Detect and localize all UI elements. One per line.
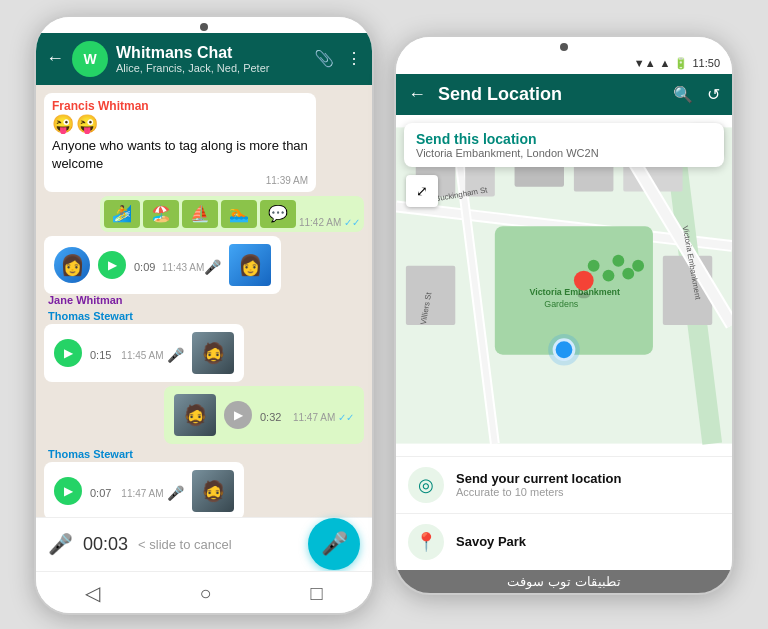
send-location-card[interactable]: Send this location Victoria Embankment, … — [404, 123, 724, 167]
chat-background: Francis Whitman 😜😜 Anyone who wants to t… — [36, 85, 372, 571]
left-phone: ← W Whitmans Chat Alice, Francis, Jack, … — [34, 15, 374, 615]
svg-text:Gardens: Gardens — [544, 299, 579, 309]
jane-avatar: 👩 — [54, 247, 90, 283]
recording-mic-icon: 🎤 — [48, 532, 73, 556]
thomas1-mic-icon: 🎤 — [167, 347, 184, 363]
svg-point-19 — [603, 269, 615, 281]
savoy-info: Savoy Park — [456, 534, 526, 549]
thomas2-audio-duration: 0:07 — [90, 487, 118, 499]
message-time-francis: 11:39 AM — [52, 175, 308, 186]
savoy-icon: 📍 — [408, 524, 444, 560]
send-location-address: Victoria Embankment, London WC2N — [416, 147, 712, 159]
left-phone-top-bar — [36, 17, 372, 33]
svg-point-21 — [622, 267, 634, 279]
phones-container: ← W Whitmans Chat Alice, Francis, Jack, … — [34, 15, 734, 615]
thomas2-avatar: 🧔 — [192, 470, 234, 512]
thomas1-audio-time: 11:45 AM — [121, 350, 163, 361]
svg-text:Victoria Embankment: Victoria Embankment — [529, 287, 620, 297]
location-search-icon[interactable]: 🔍 — [673, 85, 693, 104]
attachment-icon[interactable]: 📎 — [314, 49, 334, 68]
message-group-outgoing-audio: 🧔 ▶ 0:32 11:47 AM ✓✓ — [44, 386, 364, 444]
outgoing-audio-time: 11:47 AM ✓✓ — [293, 412, 354, 423]
sticker-1: 🏄 — [104, 200, 140, 228]
thomas2-play-button[interactable]: ▶ — [54, 477, 82, 505]
out-avatar: 🧔 — [174, 394, 216, 436]
thomas1-play-button[interactable]: ▶ — [54, 339, 82, 367]
jane-play-button[interactable]: ▶ — [98, 251, 126, 279]
left-phone-bottom-nav: ◁ ○ □ — [36, 571, 372, 615]
thomas1-avatar: 🧔 — [192, 332, 234, 374]
message-bubble-jane-audio: 👩 ▶ 0:09 11:43 AM 🎤 👩 — [44, 236, 281, 294]
jane-mic-icon: 🎤 — [204, 259, 221, 275]
nav-home-icon[interactable]: ○ — [199, 582, 211, 605]
emoji-row: 😜😜 — [52, 113, 308, 135]
send-location-title: Send this location — [416, 131, 712, 147]
nav-recent-icon[interactable]: □ — [310, 582, 322, 605]
current-location-title: Send your current location — [456, 471, 621, 486]
chat-subtitle: Alice, Francis, Jack, Ned, Peter — [116, 62, 306, 74]
location-header-icons: 🔍 ↺ — [673, 85, 720, 104]
recording-bar: 🎤 00:03 < slide to cancel 🎤 — [36, 517, 372, 571]
slide-to-cancel-text: < slide to cancel — [138, 537, 298, 552]
message-group-thomas2: Thomas Stewart ▶ 0:07 11:47 AM 🎤 🧔 — [44, 448, 364, 520]
sticker-4: 🏊 — [221, 200, 257, 228]
thomas1-audio-duration: 0:15 — [90, 349, 118, 361]
sticker-5: 💬 — [260, 200, 296, 228]
svg-point-23 — [574, 270, 594, 290]
message-text-francis: Anyone who wants to tag along is more th… — [52, 137, 308, 173]
loc-back-arrow-icon[interactable]: ← — [408, 84, 426, 105]
map-container[interactable]: Victoria Embankment Gardens Buckingha — [396, 115, 732, 456]
mic-big-button[interactable]: 🎤 — [308, 518, 360, 570]
message-group-thomas1: Thomas Stewart ▶ 0:15 11:45 AM 🎤 🧔 — [44, 310, 364, 382]
message-group-stickers: 🏄 🏖️ ⛵ 🏊 💬 11:42 AM ✓✓ — [44, 196, 364, 232]
thomas2-audio-time: 11:47 AM — [121, 488, 163, 499]
jane-audio-time: 11:43 AM — [162, 262, 204, 273]
right-phone: ▼▲ ▲ 🔋 11:50 ← Send Location 🔍 ↺ — [394, 35, 734, 595]
outgoing-play-button[interactable]: ▶ — [224, 401, 252, 429]
header-info: Whitmans Chat Alice, Francis, Jack, Ned,… — [116, 44, 306, 74]
savoy-park-row[interactable]: 📍 Savoy Park — [396, 513, 732, 570]
right-camera-dot — [560, 43, 568, 51]
message-group-francis: Francis Whitman 😜😜 Anyone who wants to t… — [44, 93, 364, 192]
outgoing-audio-duration: 0:32 — [260, 411, 288, 423]
current-location-info: Send your current location Accurate to 1… — [456, 471, 621, 498]
nav-back-icon[interactable]: ◁ — [85, 581, 100, 605]
jane-audio-duration: 0:09 — [134, 261, 162, 273]
current-location-row[interactable]: ◎ Send your current location Accurate to… — [396, 456, 732, 513]
thomas2-mic-icon: 🎤 — [167, 485, 184, 501]
svg-point-22 — [632, 259, 644, 271]
current-location-subtitle: Accurate to 10 meters — [456, 486, 621, 498]
sticker-2: 🏖️ — [143, 200, 179, 228]
wifi-icon: ▲ — [660, 57, 671, 69]
jane-sender-label: Jane Whitman — [48, 294, 123, 306]
message-bubble-stickers: 🏄 🏖️ ⛵ 🏊 💬 11:42 AM ✓✓ — [100, 196, 364, 232]
battery-icon: 🔋 — [674, 57, 688, 70]
sticker-3: ⛵ — [182, 200, 218, 228]
wa-header: ← W Whitmans Chat Alice, Francis, Jack, … — [36, 33, 372, 85]
savoy-title: Savoy Park — [456, 534, 526, 549]
location-status-bar: ▼▲ ▲ 🔋 11:50 — [396, 53, 732, 74]
thomas1-sender-label: Thomas Stewart — [48, 310, 133, 322]
location-header: ← Send Location 🔍 ↺ — [396, 74, 732, 115]
right-phone-top-bar — [396, 37, 732, 53]
current-location-icon: ◎ — [408, 467, 444, 503]
chat-title: Whitmans Chat — [116, 44, 306, 62]
svg-point-24 — [578, 292, 590, 298]
svg-point-18 — [588, 259, 600, 271]
svg-point-20 — [612, 254, 624, 266]
svg-point-26 — [548, 333, 580, 365]
map-expand-button[interactable]: ⤢ — [406, 175, 438, 207]
thomas2-sender-label: Thomas Stewart — [48, 448, 133, 460]
message-bubble-outgoing-audio: 🧔 ▶ 0:32 11:47 AM ✓✓ — [164, 386, 364, 444]
sticker-time: 11:42 AM ✓✓ — [299, 217, 360, 228]
camera-dot — [200, 23, 208, 31]
sender-name-francis: Francis Whitman — [52, 99, 308, 113]
chat-avatar: W — [72, 41, 108, 77]
back-arrow-icon[interactable]: ← — [46, 48, 64, 69]
location-refresh-icon[interactable]: ↺ — [707, 85, 720, 104]
status-time: 11:50 — [692, 57, 720, 69]
header-icons: 📎 ⋮ — [314, 49, 362, 68]
signal-icon: ▼▲ — [634, 57, 656, 69]
recording-timer: 00:03 — [83, 534, 128, 555]
more-icon[interactable]: ⋮ — [346, 49, 362, 68]
